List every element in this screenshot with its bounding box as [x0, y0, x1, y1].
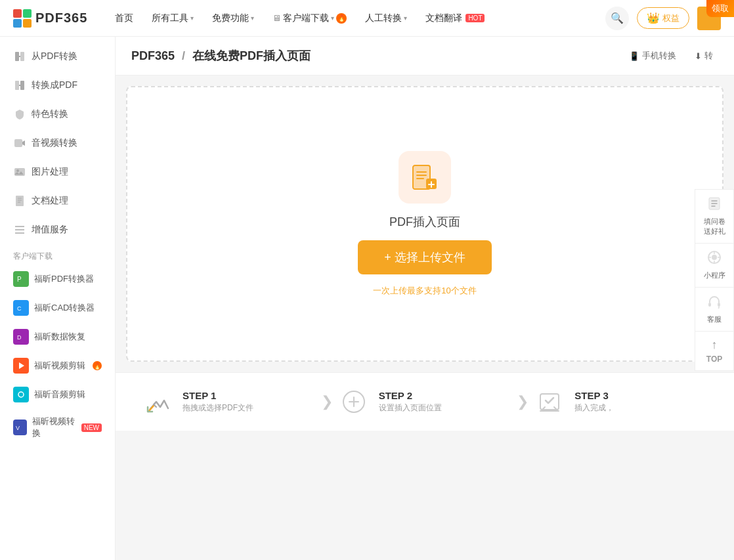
crown-icon: 👑: [647, 12, 660, 24]
nav-right-area: 🔍 👑 权益: [605, 7, 721, 30]
svg-text:C: C: [17, 305, 22, 312]
step-2-item: STEP 2 设置插入页面位置: [338, 386, 512, 418]
convert-from-pdf-icon: [13, 50, 26, 63]
fuxi-cad-icon: C: [13, 300, 29, 316]
step-3-text: STEP 3 插入完成，: [574, 390, 614, 414]
sidebar-label: 转换成PDF: [32, 79, 77, 91]
breadcrumb-separator: /: [182, 49, 185, 62]
step-1-label: STEP 1: [183, 390, 253, 401]
sidebar-item-value-service[interactable]: 增值服务: [0, 215, 115, 244]
svg-rect-2: [15, 81, 19, 90]
new-badge: NEW: [81, 423, 102, 432]
sidebar-item-image-process[interactable]: 图片处理: [0, 158, 115, 186]
sidebar-app-fuxi-data[interactable]: D 福昕数据恢复: [0, 322, 115, 351]
survey-label: 填问卷送好礼: [704, 217, 725, 237]
nav-item-free-func[interactable]: 免费功能 ▾: [204, 9, 262, 28]
sidebar-app-fuxi-video-convert[interactable]: V 福昕视频转换 NEW: [0, 409, 115, 446]
sidebar-label: 图片处理: [32, 166, 68, 178]
nav-item-all-tools[interactable]: 所有工具 ▾: [144, 9, 202, 28]
convert-to-pdf-icon: [13, 79, 26, 92]
breadcrumb: PDF365 / 在线免费PDF插入页面: [131, 48, 311, 64]
arrow-up-icon: ↑: [712, 338, 718, 352]
logo-icon: [13, 9, 32, 28]
svg-rect-16: [16, 389, 26, 400]
page-header: PDF365 / 在线免费PDF插入页面 📱 手机转换 ⬇ 转: [116, 37, 734, 75]
download-button[interactable]: ⬇ 转: [689, 47, 718, 64]
customer-service-label: 客服: [707, 314, 722, 324]
mobile-icon: 📱: [629, 51, 639, 61]
step-arrow-1: ❯: [321, 393, 333, 410]
app-label: 福昕视频转换: [32, 416, 76, 439]
step-1-item: STEP 1 拖拽或选择PDF文件: [142, 386, 316, 418]
menu-icon: [13, 223, 26, 236]
sidebar-app-fuxi-pdf[interactable]: P 福昕PDF转换器: [0, 265, 115, 293]
search-button[interactable]: 🔍: [605, 7, 629, 30]
nav-menu: 首页 所有工具 ▾ 免费功能 ▾ 🖥 客户端下载 ▾ 🔥 人工转换 ▾ 文档翻译…: [107, 9, 605, 28]
nav-item-client-download[interactable]: 🖥 客户端下载 ▾ 🔥: [265, 9, 355, 28]
app-label: 福昕CAD转换器: [34, 302, 95, 314]
svg-text:P: P: [17, 276, 22, 283]
survey-button[interactable]: 填问卷送好礼: [695, 189, 734, 244]
upload-hint: 一次上传最多支持10个文件: [373, 285, 476, 297]
nav-item-doc-translate[interactable]: 文档翻译 HOT: [418, 9, 492, 28]
svg-rect-0: [15, 52, 19, 61]
svg-rect-29: [718, 303, 720, 307]
step-2-desc: 设置插入页面位置: [379, 402, 442, 414]
sidebar-item-audio-video[interactable]: 音视频转换: [0, 129, 115, 158]
logo-area[interactable]: PDF365: [13, 9, 87, 28]
right-float-panel: 填问卷送好礼 小程序 客服 ↑ TOP: [695, 189, 734, 372]
sidebar-label: 增值服务: [32, 224, 68, 236]
chevron-down-icon: ▾: [404, 14, 407, 22]
mini-program-button[interactable]: 小程序: [695, 243, 734, 287]
sidebar-app-fuxi-audio-edit[interactable]: 福昕音频剪辑: [0, 380, 115, 409]
app-label: 福昕PDF转换器: [34, 273, 94, 285]
image-icon: [13, 165, 26, 179]
sidebar: 从PDF转换 转换成PDF 特色转换 音视频转换 图片处理: [0, 37, 116, 560]
sidebar-item-from-pdf[interactable]: 从PDF转换: [0, 42, 115, 71]
sidebar-item-to-pdf[interactable]: 转换成PDF: [0, 71, 115, 100]
sidebar-app-fuxi-video-edit[interactable]: 福昕视频剪辑 🔥: [0, 351, 115, 380]
download-icon: ⬇: [695, 51, 702, 61]
sidebar-label: 特色转换: [32, 108, 68, 120]
fire-badge: 🔥: [93, 361, 102, 370]
customer-service-button[interactable]: 客服: [695, 287, 734, 331]
svg-point-27: [712, 255, 717, 260]
lingqu-button[interactable]: 领取: [706, 0, 734, 17]
step-3-item: STEP 3 插入完成，: [534, 386, 708, 418]
sidebar-item-special-convert[interactable]: 特色转换: [0, 100, 115, 129]
app-label: 福昕数据恢复: [34, 331, 85, 343]
video-icon: [13, 137, 26, 150]
pdf-insert-icon: [410, 163, 439, 192]
app-label: 福昕视频剪辑: [34, 360, 85, 372]
sidebar-label: 音视频转换: [32, 137, 77, 149]
chevron-down-icon: ▾: [331, 14, 334, 22]
main-layout: 从PDF转换 转换成PDF 特色转换 音视频转换 图片处理: [0, 37, 734, 560]
nav-item-manual-convert[interactable]: 人工转换 ▾: [357, 9, 415, 28]
mini-program-label: 小程序: [704, 270, 725, 280]
svg-rect-5: [14, 168, 25, 176]
sidebar-item-doc-process[interactable]: 文档处理: [0, 186, 115, 215]
nav-item-home[interactable]: 首页: [107, 9, 141, 28]
step3-icon: [534, 386, 565, 418]
sidebar-app-fuxi-cad[interactable]: C 福昕CAD转换器: [0, 293, 115, 322]
step-3-desc: 插入完成，: [574, 402, 614, 414]
step-1-desc: 拖拽或选择PDF文件: [183, 402, 253, 414]
fire-badge: 🔥: [336, 13, 347, 24]
quanyi-button[interactable]: 👑 权益: [637, 7, 689, 29]
app-label: 福昕音频剪辑: [34, 389, 85, 400]
svg-text:D: D: [17, 334, 22, 341]
step2-icon: [338, 386, 370, 418]
logo-text: PDF365: [35, 11, 87, 26]
steps-bar: STEP 1 拖拽或选择PDF文件 ❯ STEP 2 设置插入页面位置 ❯: [116, 372, 734, 431]
sidebar-section-client-download: 客户端下载: [0, 244, 115, 265]
svg-point-6: [16, 169, 19, 172]
breadcrumb-current: 在线免费PDF插入页面: [192, 49, 311, 62]
step-arrow-2: ❯: [517, 393, 529, 410]
select-upload-button[interactable]: + 选择上传文件: [358, 240, 492, 274]
scroll-to-top-button[interactable]: ↑ TOP: [695, 331, 734, 371]
breadcrumb-home[interactable]: PDF365: [131, 49, 175, 62]
top-label: TOP: [706, 355, 722, 364]
header-actions: 📱 手机转换 ⬇ 转: [624, 47, 718, 64]
sidebar-label: 从PDF转换: [32, 51, 77, 62]
mobile-convert-button[interactable]: 📱 手机转换: [624, 47, 681, 64]
